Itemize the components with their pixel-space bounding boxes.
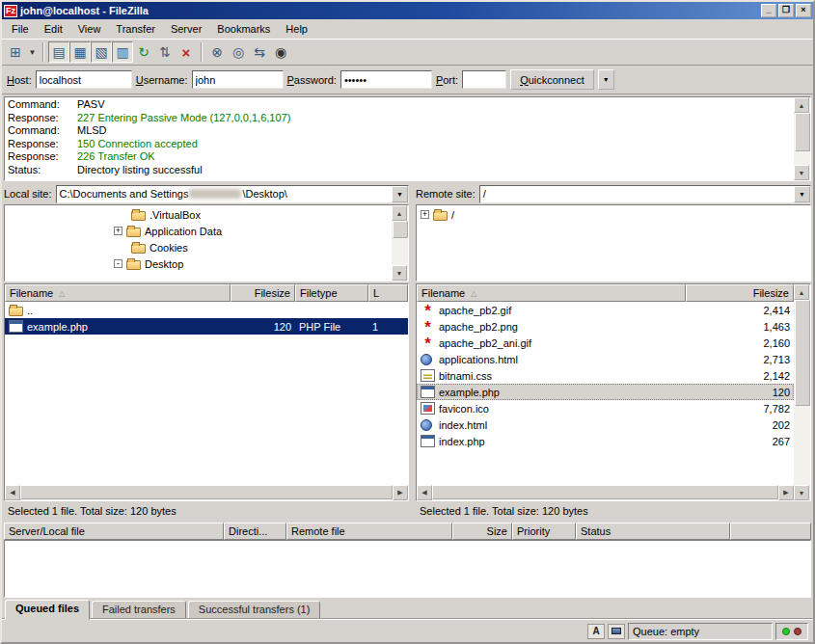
speed-limit-icon[interactable] <box>608 624 625 639</box>
scroll-down-icon[interactable]: ▼ <box>392 265 407 281</box>
expand-icon[interactable]: + <box>421 210 429 219</box>
dropdown-icon[interactable]: ▼ <box>794 186 810 202</box>
password-input[interactable] <box>340 70 432 89</box>
scrollbar-thumb[interactable] <box>20 485 393 499</box>
column-header-server-local-file[interactable]: Server/Local file <box>4 523 224 540</box>
quickconnect-dropdown-icon[interactable]: ▼ <box>598 69 614 90</box>
process-queue-icon[interactable]: ⇅ <box>154 41 176 63</box>
site-manager-icon[interactable]: ⊞ <box>5 41 26 63</box>
toggle-local-tree-icon[interactable]: ▦ <box>69 41 91 63</box>
find-files-icon[interactable]: ◉ <box>270 41 291 63</box>
column-header-filesize[interactable]: Filesize <box>231 284 295 302</box>
local-site-combo[interactable]: C:\Documents and Settings\Desktop\ ▼ <box>56 185 409 203</box>
file-row[interactable]: index.php267 <box>417 433 794 449</box>
dropdown-icon[interactable]: ▼ <box>392 186 408 202</box>
file-row-example-php[interactable]: example.php 120 PHP File 1 <box>5 318 408 335</box>
remote-horizontal-scrollbar[interactable]: ◀ ▶ <box>417 485 794 500</box>
menu-file[interactable]: File <box>4 21 37 37</box>
remote-tree: +/ <box>417 205 810 281</box>
quickconnect-button[interactable]: Quickconnect <box>510 69 594 90</box>
expand-icon[interactable]: + <box>114 227 122 235</box>
column-header-status[interactable]: Status <box>576 523 730 540</box>
menu-help[interactable]: Help <box>278 21 315 37</box>
scrollbar-thumb[interactable] <box>393 221 408 238</box>
file-row-parent-dir[interactable]: .. <box>5 302 408 318</box>
column-header-filename[interactable]: Filename△ <box>5 284 231 302</box>
synchronized-browsing-icon[interactable]: ⇆ <box>249 41 270 63</box>
remote-site-combo[interactable]: / ▼ <box>479 185 811 203</box>
column-header-remote-file[interactable]: Remote file <box>286 523 452 540</box>
tree-item-desktop[interactable]: -Desktop <box>5 255 392 272</box>
maximize-button[interactable]: ❐ <box>778 4 794 17</box>
scroll-up-icon[interactable]: ▲ <box>794 284 809 300</box>
file-row[interactable]: applications.html2,713 <box>417 351 794 367</box>
scrollbar-thumb[interactable] <box>795 300 810 406</box>
tab-successful-transfers[interactable]: Successful transfers (1) <box>188 601 321 619</box>
scrollbar-thumb[interactable] <box>795 113 810 151</box>
cancel-icon[interactable]: × <box>176 41 197 63</box>
local-path-suffix: \Desktop\ <box>242 188 286 200</box>
file-row[interactable]: apache_pb2.gif2,414 <box>417 302 794 318</box>
file-row[interactable]: apache_pb2.png1,463 <box>417 318 794 335</box>
menu-edit[interactable]: Edit <box>37 21 70 37</box>
local-tree-scrollbar[interactable]: ▲ ▼ <box>392 205 408 281</box>
tree-item-virtualbox[interactable]: .VirtualBox <box>5 206 392 223</box>
close-button[interactable]: × <box>796 4 811 17</box>
menu-transfer[interactable]: Transfer <box>108 21 163 37</box>
folder-icon <box>126 228 141 237</box>
remote-vertical-scrollbar[interactable]: ▲ ▼ <box>794 284 810 500</box>
site-manager-dropdown-icon[interactable]: ▼ <box>26 41 39 63</box>
menu-bookmarks[interactable]: Bookmarks <box>209 21 278 37</box>
tab-failed-transfers[interactable]: Failed transfers <box>92 601 186 619</box>
panel-splitter[interactable] <box>409 204 416 282</box>
scroll-up-icon[interactable]: ▲ <box>392 205 407 221</box>
scroll-up-icon[interactable]: ▲ <box>794 97 809 113</box>
scroll-left-icon[interactable]: ◀ <box>5 485 20 500</box>
file-row[interactable]: apache_pb2_ani.gif2,160 <box>417 335 794 351</box>
directory-comparison-icon[interactable]: ◎ <box>228 41 249 63</box>
toggle-queue-icon[interactable]: ▥ <box>112 41 133 63</box>
file-row-example-php[interactable]: example.php120 <box>417 384 794 400</box>
scroll-down-icon[interactable]: ▼ <box>794 165 809 180</box>
local-list-header: Filename△ Filesize Filetype L <box>5 284 408 302</box>
activity-indicator-panel <box>775 623 808 640</box>
collapse-icon[interactable]: - <box>114 259 122 268</box>
file-row[interactable]: index.html202 <box>417 416 794 433</box>
column-header-filesize[interactable]: Filesize <box>686 284 794 302</box>
local-horizontal-scrollbar[interactable]: ◀ ▶ <box>5 485 408 500</box>
toggle-remote-tree-icon[interactable]: ▧ <box>91 41 112 63</box>
column-header-direction[interactable]: Directi... <box>224 523 286 540</box>
tree-item-application-data[interactable]: +Application Data <box>5 223 392 239</box>
column-header-size[interactable]: Size <box>452 523 512 540</box>
menu-server[interactable]: Server <box>163 21 209 37</box>
scroll-right-icon[interactable]: ▶ <box>393 485 408 500</box>
scroll-left-icon[interactable]: ◀ <box>417 485 432 500</box>
disconnect-icon[interactable]: ⊗ <box>206 41 228 63</box>
column-header-filetype[interactable]: Filetype <box>295 284 368 302</box>
sort-ascending-icon: △ <box>59 289 65 298</box>
queue-list[interactable] <box>4 540 811 598</box>
tree-item-cookies[interactable]: Cookies <box>5 239 392 255</box>
port-input[interactable] <box>462 70 506 89</box>
file-row[interactable]: favicon.ico7,782 <box>417 400 794 416</box>
toggle-message-log-icon[interactable]: ▤ <box>48 41 69 63</box>
tree-item-root[interactable]: +/ <box>417 206 810 223</box>
minimize-button[interactable]: _ <box>761 4 776 17</box>
titlebar: Fz john@localhost - FileZilla _ ❐ × <box>2 2 813 19</box>
file-row[interactable]: bitnami.css2,142 <box>417 367 794 384</box>
username-input[interactable] <box>192 70 284 89</box>
scroll-down-icon[interactable]: ▼ <box>794 485 809 500</box>
menu-view[interactable]: View <box>70 21 109 37</box>
refresh-icon[interactable]: ↻ <box>133 41 154 63</box>
panel-splitter[interactable] <box>409 283 416 501</box>
column-header-last-modified[interactable]: L <box>368 284 408 302</box>
log-scrollbar[interactable]: ▲ ▼ <box>794 97 810 180</box>
scroll-right-icon[interactable]: ▶ <box>778 485 794 500</box>
scrollbar-thumb[interactable] <box>432 485 778 499</box>
column-header-filename[interactable]: Filename△ <box>417 284 686 302</box>
activity-led-red-icon <box>794 628 801 635</box>
tab-queued-files[interactable]: Queued files <box>5 600 90 620</box>
host-input[interactable] <box>36 70 132 89</box>
column-header-priority[interactable]: Priority <box>512 523 576 540</box>
username-label: Username: <box>136 74 188 86</box>
